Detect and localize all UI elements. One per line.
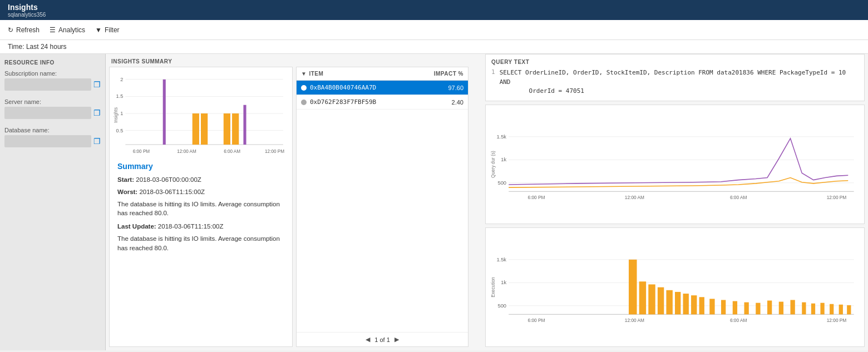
main-content: RESOURCE INFO Subscription name: ❐ Serve… [0, 54, 868, 350]
item-name-0: 0xBA4B0B040746AA7D [310, 84, 427, 91]
server-label: Server name: [4, 98, 101, 105]
svg-text:12:00 PM: 12:00 PM [827, 194, 847, 200]
svg-rect-46 [691, 295, 697, 314]
time-bar: Time: Last 24 hours [0, 40, 868, 54]
database-edit-icon[interactable]: ❐ [93, 137, 101, 146]
svg-text:6:00 AM: 6:00 AM [730, 194, 747, 200]
analytics-icon: ☰ [50, 26, 56, 34]
svg-rect-44 [675, 292, 680, 314]
database-field: Database name: ❐ [4, 127, 101, 147]
summary-start-value: 2018-03-06T00:00:00Z [136, 176, 201, 183]
refresh-label: Refresh [16, 26, 40, 34]
subscription-field: Subscription name: ❐ [4, 70, 101, 91]
filter-icon-header: ▼ [301, 71, 307, 77]
center-inner: 2 1.5 1 0.5 [106, 67, 485, 350]
server-field: Server name: ❐ [4, 98, 101, 119]
summary-last-update-value: 2018-03-06T11:15:00Z [158, 223, 224, 230]
subscription-value [4, 78, 91, 91]
svg-rect-56 [802, 302, 806, 314]
center-panel: INSIGHTS SUMMARY 2 1.5 1 0.5 [106, 54, 485, 350]
analytics-label: Analytics [58, 26, 85, 34]
next-page-button[interactable]: ▶ [394, 336, 399, 343]
filter-button[interactable]: ▼ Filter [95, 26, 120, 34]
col-impact-header: IMPACT % [425, 71, 463, 77]
svg-text:Insights: Insights [114, 107, 119, 123]
svg-text:12:00 PM: 12:00 PM [827, 318, 847, 323]
svg-rect-55 [791, 300, 795, 314]
svg-rect-61 [847, 305, 851, 315]
query-text-header: QUERY TEXT [491, 59, 859, 65]
item-list-panel: ▼ ITEM IMPACT % 0xBA4B0B040746AA7D 97.60… [296, 67, 468, 347]
svg-rect-60 [839, 305, 843, 315]
svg-rect-10 [193, 113, 199, 145]
query-duration-chart: 1.5k 1k 500 6:00 PM 12:00 AM 6:00 AM 12:… [490, 108, 860, 220]
item-impact-0: 97.60 [430, 85, 463, 91]
svg-text:1k: 1k [501, 280, 506, 285]
svg-text:6:00 AM: 6:00 AM [730, 318, 747, 323]
right-panel: QUERY TEXT 1 SELECT OrderLineID, OrderID… [485, 54, 868, 350]
database-label: Database name: [4, 127, 101, 133]
filter-icon: ▼ [95, 26, 102, 34]
summary-area: Summary Start: 2018-03-06T00:00:00Z Wors… [110, 156, 292, 346]
summary-title: Summary [117, 162, 284, 171]
time-bar-label: Time: Last 24 hours [8, 43, 67, 51]
svg-rect-14 [243, 105, 246, 145]
svg-rect-12 [224, 113, 230, 145]
svg-rect-53 [767, 300, 772, 314]
prev-page-button[interactable]: ◀ [366, 336, 370, 343]
query-duration-chart-box: 1.5k 1k 500 6:00 PM 12:00 AM 6:00 AM 12:… [485, 105, 865, 224]
subscription-value-row: ❐ [4, 78, 101, 91]
app-header: Insights sqlanalytics356 [0, 0, 868, 20]
svg-text:Query dur (s): Query dur (s) [490, 150, 496, 177]
summary-worst: Worst: 2018-03-06T11:15:00Z [117, 187, 284, 196]
svg-rect-59 [830, 304, 834, 314]
execution-chart: 1.5k 1k 500 [490, 231, 860, 343]
svg-text:1.5k: 1.5k [496, 257, 506, 262]
svg-text:Execution: Execution [490, 277, 496, 298]
svg-rect-58 [820, 303, 824, 314]
summary-desc1: The database is hitting its IO limits. A… [117, 200, 284, 217]
svg-text:0.5: 0.5 [116, 128, 124, 133]
analytics-button[interactable]: ☰ Analytics [50, 26, 85, 34]
server-edit-icon[interactable]: ❐ [93, 108, 101, 117]
svg-rect-40 [639, 281, 646, 314]
summary-start-label: Start: [117, 176, 134, 183]
svg-rect-9 [163, 80, 166, 145]
svg-rect-43 [666, 290, 672, 315]
svg-rect-52 [756, 303, 760, 314]
col-item-header: ITEM [309, 71, 422, 77]
server-value [4, 107, 91, 119]
query-text-box: QUERY TEXT 1 SELECT OrderLineID, OrderID… [485, 54, 865, 101]
pagination-label: 1 of 1 [374, 336, 390, 343]
svg-text:12:00 PM: 12:00 PM [265, 149, 284, 154]
svg-rect-11 [201, 113, 208, 145]
left-panel: RESOURCE INFO Subscription name: ❐ Serve… [0, 54, 106, 350]
item-list-footer: ◀ 1 of 1 ▶ [297, 332, 468, 346]
item-row-1[interactable]: 0xD762F283F7FBF59B 2.40 [297, 95, 468, 110]
svg-rect-41 [648, 284, 655, 314]
server-value-row: ❐ [4, 107, 101, 119]
query-sql: SELECT OrderLineID, OrderID, StockItemID… [500, 68, 859, 96]
svg-rect-39 [629, 260, 637, 315]
app-title: Insights [8, 3, 860, 12]
filter-label: Filter [105, 26, 120, 34]
insights-summary-title: INSIGHTS SUMMARY [106, 54, 485, 67]
svg-rect-47 [699, 297, 704, 314]
item-name-1: 0xD762F283F7FBF59B [310, 98, 427, 106]
item-row-0[interactable]: 0xBA4B0B040746AA7D 97.60 [297, 81, 468, 95]
summary-last-update-label: Last Update: [117, 223, 156, 230]
resource-info-title: RESOURCE INFO [4, 60, 101, 66]
svg-text:1.5k: 1.5k [496, 133, 506, 139]
refresh-button[interactable]: ↻ Refresh [8, 26, 40, 34]
database-value-row: ❐ [4, 135, 101, 147]
svg-rect-45 [683, 294, 689, 314]
item-dot-0 [301, 85, 307, 91]
item-list-header: ▼ ITEM IMPACT % [297, 67, 468, 81]
app-subtitle: sqlanalytics356 [8, 12, 860, 18]
svg-rect-42 [658, 287, 664, 314]
subscription-edit-icon[interactable]: ❐ [93, 80, 101, 89]
svg-text:6:00 PM: 6:00 PM [133, 149, 150, 154]
svg-text:6:00 PM: 6:00 PM [528, 194, 545, 200]
query-line-num: 1 [491, 68, 495, 96]
svg-text:1k: 1k [501, 157, 506, 162]
